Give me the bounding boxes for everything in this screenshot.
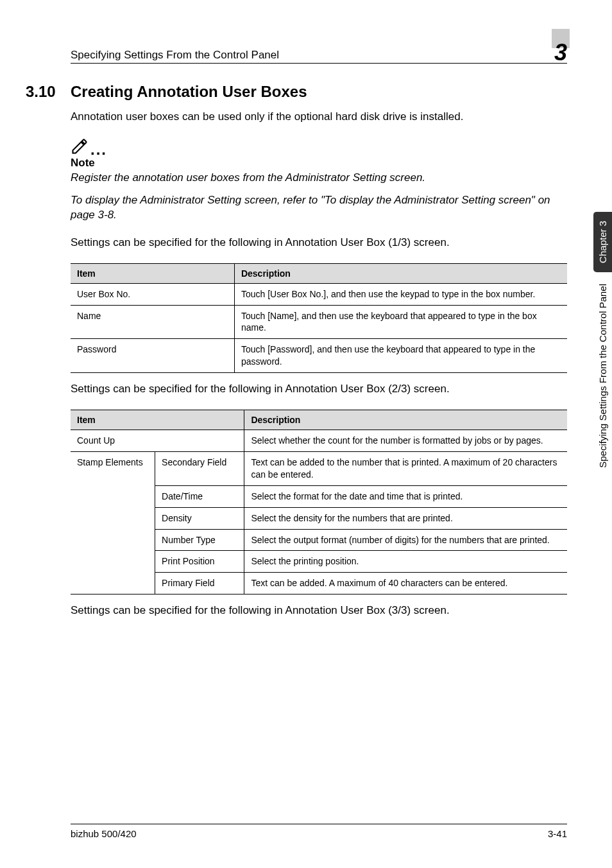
ellipsis-icon: ... bbox=[90, 146, 107, 155]
table-row: User Box No. Touch [User Box No.], and t… bbox=[71, 283, 567, 305]
table-cell: Touch [Password], and then use the keybo… bbox=[234, 339, 567, 373]
table-cell: Stamp Elements bbox=[71, 451, 155, 594]
table-cell: Touch [User Box No.], and then use the k… bbox=[234, 283, 567, 305]
table-2: Item Description Count Up Select whether… bbox=[71, 410, 567, 595]
table-cell: Density bbox=[155, 507, 244, 529]
side-running-title: Specifying Settings From the Control Pan… bbox=[593, 280, 612, 472]
chapter-tab: Chapter 3 bbox=[593, 212, 612, 272]
table-row: Password Touch [Password], and then use … bbox=[71, 339, 567, 373]
settings-intro-3: Settings can be specified for the follow… bbox=[71, 603, 567, 618]
side-tab-area: Chapter 3 Specifying Settings From the C… bbox=[590, 212, 612, 661]
table-header-item: Item bbox=[71, 263, 234, 283]
table-header-item: Item bbox=[71, 410, 244, 430]
section-number: 3.10 bbox=[26, 83, 71, 101]
settings-intro-2: Settings can be specified for the follow… bbox=[71, 382, 567, 397]
table-cell: Name bbox=[71, 305, 234, 339]
table-cell: Select the output format (number of digi… bbox=[244, 529, 567, 551]
note-label: Note bbox=[71, 157, 567, 169]
note-para-1: Register the annotation user boxes from … bbox=[71, 171, 567, 186]
settings-intro-1: Settings can be specified for the follow… bbox=[71, 236, 567, 250]
table-row: Stamp Elements Secondary Field Text can … bbox=[71, 451, 567, 485]
table-cell: User Box No. bbox=[71, 283, 234, 305]
table-1: Item Description User Box No. Touch [Use… bbox=[71, 263, 567, 373]
table-cell: Primary Field bbox=[155, 573, 244, 595]
table-cell: Touch [Name], and then use the keyboard … bbox=[234, 305, 567, 339]
table-cell: Secondary Field bbox=[155, 451, 244, 485]
chapter-number: 3 bbox=[554, 41, 567, 64]
footer-right: 3-41 bbox=[548, 828, 567, 839]
table-row: Name Touch [Name], and then use the keyb… bbox=[71, 305, 567, 339]
table-cell: Select the printing position. bbox=[244, 551, 567, 573]
table-cell: Print Position bbox=[155, 551, 244, 573]
table-cell: Select the format for the date and time … bbox=[244, 485, 567, 507]
table-cell: Password bbox=[71, 339, 234, 373]
table-cell: Number Type bbox=[155, 529, 244, 551]
table-cell: Text can be added to the number that is … bbox=[244, 451, 567, 485]
note-block: ... Note Register the annotation user bo… bbox=[71, 137, 567, 223]
table-header-description: Description bbox=[244, 410, 567, 430]
pencil-icon bbox=[71, 137, 89, 155]
section-heading: 3.10 Creating Annotation User Boxes bbox=[71, 83, 567, 101]
table-cell: Select whether the count for the number … bbox=[244, 430, 567, 452]
running-header: Specifying Settings From the Control Pan… bbox=[71, 39, 567, 64]
table-row: Count Up Select whether the count for th… bbox=[71, 430, 567, 452]
running-title: Specifying Settings From the Control Pan… bbox=[71, 49, 279, 62]
note-para-2: To display the Administrator Setting scr… bbox=[71, 193, 567, 223]
table-header-description: Description bbox=[234, 263, 567, 283]
table-cell: Date/Time bbox=[155, 485, 244, 507]
table-cell: Text can be added. A maximum of 40 chara… bbox=[244, 573, 567, 595]
page-footer: bizhub 500/420 3-41 bbox=[71, 824, 567, 839]
table-cell: Select the density for the numbers that … bbox=[244, 507, 567, 529]
section-title: Creating Annotation User Boxes bbox=[71, 83, 307, 101]
footer-left: bizhub 500/420 bbox=[71, 828, 137, 839]
intro-paragraph: Annotation user boxes can be used only i… bbox=[71, 110, 567, 125]
table-cell: Count Up bbox=[71, 430, 244, 452]
